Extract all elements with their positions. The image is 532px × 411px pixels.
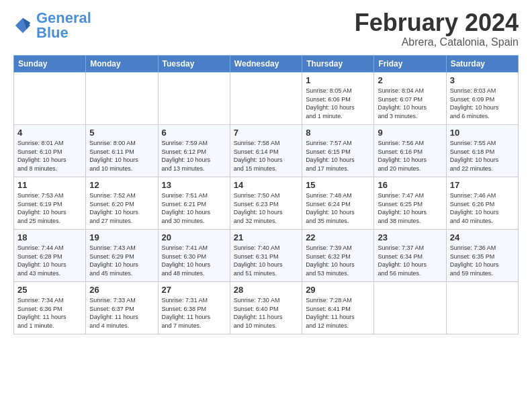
day-cell: 20Sunrise: 7:41 AM Sunset: 6:30 PM Dayli… xyxy=(158,230,230,282)
day-number: 8 xyxy=(306,128,370,138)
weekday-header-friday: Friday xyxy=(374,56,446,73)
day-number: 13 xyxy=(162,180,226,190)
day-detail: Sunrise: 7:58 AM Sunset: 6:14 PM Dayligh… xyxy=(234,139,298,173)
day-number: 25 xyxy=(17,285,82,295)
logo-text: General Blue xyxy=(36,11,91,40)
page-container: General Blue February 2024 Abrera, Catal… xyxy=(0,0,532,341)
day-detail: Sunrise: 8:03 AM Sunset: 6:09 PM Dayligh… xyxy=(450,87,515,120)
day-cell: 22Sunrise: 7:39 AM Sunset: 6:32 PM Dayli… xyxy=(302,230,374,282)
day-cell: 27Sunrise: 7:31 AM Sunset: 6:38 PM Dayli… xyxy=(158,282,230,334)
day-cell: 26Sunrise: 7:33 AM Sunset: 6:37 PM Dayli… xyxy=(86,282,158,334)
weekday-header-wednesday: Wednesday xyxy=(230,56,302,73)
day-number: 19 xyxy=(89,232,154,242)
day-cell xyxy=(446,282,518,334)
day-cell: 1Sunrise: 8:05 AM Sunset: 6:06 PM Daylig… xyxy=(302,73,374,125)
day-number: 11 xyxy=(17,180,82,190)
day-detail: Sunrise: 7:57 AM Sunset: 6:15 PM Dayligh… xyxy=(306,139,370,173)
day-number: 21 xyxy=(234,232,298,242)
day-detail: Sunrise: 7:41 AM Sunset: 6:30 PM Dayligh… xyxy=(162,244,226,277)
day-cell: 18Sunrise: 7:44 AM Sunset: 6:28 PM Dayli… xyxy=(14,230,86,282)
logo: General Blue xyxy=(13,11,91,40)
day-cell: 13Sunrise: 7:51 AM Sunset: 6:21 PM Dayli… xyxy=(158,177,230,230)
day-cell: 9Sunrise: 7:56 AM Sunset: 6:16 PM Daylig… xyxy=(374,125,446,177)
title-block: February 2024 Abrera, Catalonia, Spain xyxy=(355,11,519,48)
day-detail: Sunrise: 8:01 AM Sunset: 6:10 PM Dayligh… xyxy=(17,139,82,173)
day-number: 28 xyxy=(234,285,298,295)
day-number: 2 xyxy=(378,75,442,85)
day-cell: 3Sunrise: 8:03 AM Sunset: 6:09 PM Daylig… xyxy=(446,73,518,125)
day-detail: Sunrise: 7:52 AM Sunset: 6:20 PM Dayligh… xyxy=(89,191,154,225)
day-detail: Sunrise: 7:53 AM Sunset: 6:19 PM Dayligh… xyxy=(17,191,82,225)
day-cell xyxy=(158,73,230,125)
logo-blue: Blue xyxy=(36,24,69,41)
weekday-header-sunday: Sunday xyxy=(14,56,86,73)
week-row-0: 1Sunrise: 8:05 AM Sunset: 6:06 PM Daylig… xyxy=(14,73,519,125)
day-detail: Sunrise: 7:55 AM Sunset: 6:18 PM Dayligh… xyxy=(450,139,515,173)
day-detail: Sunrise: 7:59 AM Sunset: 6:12 PM Dayligh… xyxy=(162,139,226,173)
day-detail: Sunrise: 7:50 AM Sunset: 6:23 PM Dayligh… xyxy=(234,191,298,225)
weekday-header-tuesday: Tuesday xyxy=(158,56,230,73)
day-detail: Sunrise: 7:51 AM Sunset: 6:21 PM Dayligh… xyxy=(162,191,226,225)
month-title: February 2024 xyxy=(355,11,519,35)
day-cell: 8Sunrise: 7:57 AM Sunset: 6:15 PM Daylig… xyxy=(302,125,374,177)
day-number: 12 xyxy=(89,180,154,190)
day-number: 29 xyxy=(306,285,370,295)
day-number: 20 xyxy=(162,232,226,242)
day-cell: 14Sunrise: 7:50 AM Sunset: 6:23 PM Dayli… xyxy=(230,177,302,230)
day-detail: Sunrise: 8:05 AM Sunset: 6:06 PM Dayligh… xyxy=(306,87,370,120)
location-title: Abrera, Catalonia, Spain xyxy=(355,36,519,48)
day-number: 27 xyxy=(162,285,226,295)
weekday-header-thursday: Thursday xyxy=(302,56,374,73)
day-detail: Sunrise: 7:40 AM Sunset: 6:31 PM Dayligh… xyxy=(234,244,298,277)
day-number: 5 xyxy=(89,128,154,138)
day-number: 4 xyxy=(17,128,82,138)
day-detail: Sunrise: 7:44 AM Sunset: 6:28 PM Dayligh… xyxy=(17,244,82,277)
logo-icon xyxy=(13,16,32,35)
day-cell: 10Sunrise: 7:55 AM Sunset: 6:18 PM Dayli… xyxy=(446,125,518,177)
day-detail: Sunrise: 7:33 AM Sunset: 6:37 PM Dayligh… xyxy=(89,296,154,330)
week-row-1: 4Sunrise: 8:01 AM Sunset: 6:10 PM Daylig… xyxy=(14,125,519,177)
day-cell: 11Sunrise: 7:53 AM Sunset: 6:19 PM Dayli… xyxy=(14,177,86,230)
week-row-3: 18Sunrise: 7:44 AM Sunset: 6:28 PM Dayli… xyxy=(14,230,519,282)
day-detail: Sunrise: 7:28 AM Sunset: 6:41 PM Dayligh… xyxy=(306,296,370,330)
day-cell xyxy=(86,73,158,125)
day-detail: Sunrise: 7:43 AM Sunset: 6:29 PM Dayligh… xyxy=(89,244,154,277)
day-cell: 6Sunrise: 7:59 AM Sunset: 6:12 PM Daylig… xyxy=(158,125,230,177)
day-detail: Sunrise: 8:04 AM Sunset: 6:07 PM Dayligh… xyxy=(378,87,442,120)
weekday-header-monday: Monday xyxy=(86,56,158,73)
day-cell: 4Sunrise: 8:01 AM Sunset: 6:10 PM Daylig… xyxy=(14,125,86,177)
day-number: 17 xyxy=(450,180,515,190)
day-detail: Sunrise: 8:00 AM Sunset: 6:11 PM Dayligh… xyxy=(89,139,154,173)
day-number: 18 xyxy=(17,232,82,242)
day-cell: 28Sunrise: 7:30 AM Sunset: 6:40 PM Dayli… xyxy=(230,282,302,334)
day-cell: 16Sunrise: 7:47 AM Sunset: 6:25 PM Dayli… xyxy=(374,177,446,230)
day-cell xyxy=(374,282,446,334)
day-cell: 19Sunrise: 7:43 AM Sunset: 6:29 PM Dayli… xyxy=(86,230,158,282)
day-cell xyxy=(14,73,86,125)
day-cell: 15Sunrise: 7:48 AM Sunset: 6:24 PM Dayli… xyxy=(302,177,374,230)
day-number: 14 xyxy=(234,180,298,190)
day-cell: 21Sunrise: 7:40 AM Sunset: 6:31 PM Dayli… xyxy=(230,230,302,282)
day-number: 15 xyxy=(306,180,370,190)
day-cell: 2Sunrise: 8:04 AM Sunset: 6:07 PM Daylig… xyxy=(374,73,446,125)
calendar-table: SundayMondayTuesdayWednesdayThursdayFrid… xyxy=(13,55,519,334)
week-row-2: 11Sunrise: 7:53 AM Sunset: 6:19 PM Dayli… xyxy=(14,177,519,230)
day-number: 7 xyxy=(234,128,298,138)
day-detail: Sunrise: 7:56 AM Sunset: 6:16 PM Dayligh… xyxy=(378,139,442,173)
day-number: 1 xyxy=(306,75,370,85)
day-cell: 24Sunrise: 7:36 AM Sunset: 6:35 PM Dayli… xyxy=(446,230,518,282)
day-detail: Sunrise: 7:48 AM Sunset: 6:24 PM Dayligh… xyxy=(306,191,370,225)
day-cell: 7Sunrise: 7:58 AM Sunset: 6:14 PM Daylig… xyxy=(230,125,302,177)
day-cell: 5Sunrise: 8:00 AM Sunset: 6:11 PM Daylig… xyxy=(86,125,158,177)
day-number: 10 xyxy=(450,128,515,138)
day-number: 6 xyxy=(162,128,226,138)
day-cell: 12Sunrise: 7:52 AM Sunset: 6:20 PM Dayli… xyxy=(86,177,158,230)
day-detail: Sunrise: 7:31 AM Sunset: 6:38 PM Dayligh… xyxy=(162,296,226,330)
day-cell: 23Sunrise: 7:37 AM Sunset: 6:34 PM Dayli… xyxy=(374,230,446,282)
day-number: 9 xyxy=(378,128,442,138)
day-detail: Sunrise: 7:46 AM Sunset: 6:26 PM Dayligh… xyxy=(450,191,515,225)
week-row-4: 25Sunrise: 7:34 AM Sunset: 6:36 PM Dayli… xyxy=(14,282,519,334)
header: General Blue February 2024 Abrera, Catal… xyxy=(13,11,519,48)
day-cell: 17Sunrise: 7:46 AM Sunset: 6:26 PM Dayli… xyxy=(446,177,518,230)
day-detail: Sunrise: 7:39 AM Sunset: 6:32 PM Dayligh… xyxy=(306,244,370,277)
